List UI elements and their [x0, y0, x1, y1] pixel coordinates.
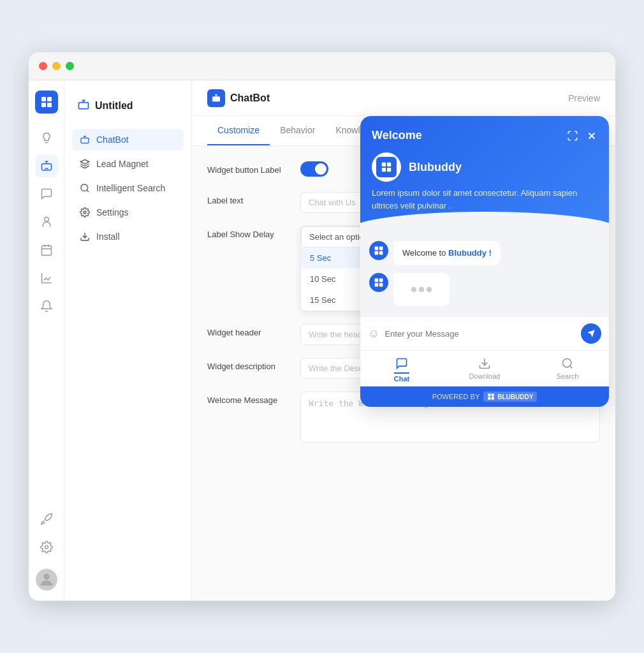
svg-rect-4: [41, 164, 51, 170]
main-content: ChatBot Preview Customize Behavior Knowl…: [192, 80, 615, 601]
svg-rect-16: [387, 163, 391, 166]
chat-nav-search[interactable]: Search: [526, 351, 609, 386]
typing-row: [369, 273, 600, 306]
powered-by-text: POWERED BY: [432, 393, 480, 400]
typing-bubble: [393, 273, 450, 306]
svg-point-11: [81, 184, 88, 191]
tab-behavior[interactable]: Behavior: [270, 116, 325, 145]
bot-avatar: [372, 152, 401, 182]
welcome-message-label: Welcome Message: [207, 392, 290, 405]
chat-nav-search-label: Search: [557, 372, 579, 380]
typing-dots: [402, 279, 441, 300]
svg-rect-29: [488, 393, 490, 396]
svg-rect-15: [382, 163, 386, 166]
svg-rect-26: [379, 283, 383, 287]
sidebar-icon-person[interactable]: [35, 210, 58, 233]
powered-by-bar: POWERED BY BLUBUDDY: [360, 386, 609, 407]
sidebar-icon-settings[interactable]: [35, 536, 58, 559]
svg-rect-32: [492, 397, 494, 400]
chat-header-top: Welcome: [372, 129, 597, 142]
expand-icon[interactable]: [567, 130, 578, 142]
typing-dot-3: [427, 287, 432, 292]
nav-chatbot-label: ChatBot: [96, 135, 129, 145]
svg-rect-2: [41, 103, 46, 107]
svg-rect-0: [41, 97, 46, 101]
toggle-switch[interactable]: [300, 161, 328, 177]
sidebar-icon-bot[interactable]: [35, 154, 58, 177]
svg-rect-1: [47, 97, 52, 101]
welcome-message-row: Welcome to Blubuddy !: [369, 241, 600, 265]
sidebar-icon-calendar[interactable]: [35, 238, 58, 261]
bot-msg-avatar: [369, 241, 388, 260]
widget-button-label-text: Widget button Label: [207, 161, 290, 175]
svg-rect-21: [375, 251, 379, 255]
sidebar-icon-chat[interactable]: [35, 182, 58, 205]
bot-avatar-inner: [376, 157, 397, 177]
widget-header-label: Widget header: [207, 324, 290, 337]
nav-item-install[interactable]: Install: [72, 226, 184, 247]
chat-messages: Welcome to Blubuddy !: [360, 231, 609, 316]
minimize-dot[interactable]: [52, 62, 61, 70]
preview-label: Preview: [568, 93, 600, 103]
project-title-row: Untitled: [72, 93, 184, 126]
svg-point-7: [45, 546, 48, 549]
sidebar-icon-lightbulb[interactable]: [35, 126, 58, 149]
svg-point-12: [84, 211, 86, 214]
chat-text-input[interactable]: [384, 329, 576, 339]
svg-point-28: [563, 359, 571, 367]
svg-rect-14: [212, 96, 220, 101]
maximize-dot[interactable]: [66, 62, 74, 70]
svg-rect-22: [379, 251, 383, 255]
logo-icon[interactable]: [35, 91, 58, 114]
svg-point-8: [43, 574, 49, 580]
svg-rect-17: [382, 168, 386, 172]
nav-item-chatbot[interactable]: ChatBot: [72, 129, 184, 150]
nav-lead-magnet-label: Lead Magnet: [96, 159, 149, 169]
project-title: Untitled: [95, 100, 133, 112]
section-title: ChatBot: [230, 92, 563, 104]
nav-item-lead-magnet[interactable]: Lead Magnet: [72, 153, 184, 175]
chat-header: Welcome Blubuddy: [360, 116, 609, 231]
wave-decoration: [360, 212, 609, 231]
chat-header-title: Welcome: [372, 129, 422, 142]
nav-install-label: Install: [96, 231, 120, 242]
svg-point-5: [44, 217, 48, 222]
nav-item-intelligent-search[interactable]: Intelligent Search: [72, 177, 184, 199]
svg-rect-10: [81, 138, 89, 143]
widget-description-label: Widget description: [207, 358, 290, 371]
svg-rect-19: [375, 247, 379, 251]
svg-rect-25: [375, 283, 379, 287]
nav-item-settings[interactable]: Settings: [72, 202, 184, 223]
sidebar-icon-chart[interactable]: [35, 267, 58, 290]
tab-customize[interactable]: Customize: [207, 116, 270, 145]
powered-by-brand: BLUBUDDY: [497, 393, 533, 400]
emoji-button[interactable]: ☺: [368, 327, 379, 341]
welcome-highlight: Blubuddy !: [448, 248, 492, 258]
svg-rect-20: [379, 247, 383, 251]
svg-rect-6: [41, 246, 51, 255]
sidebar-icon-bell[interactable]: [35, 295, 58, 318]
label-text-label: Label text: [207, 192, 290, 205]
bot-typing-avatar: [369, 273, 388, 292]
chat-nav-chat[interactable]: Chat: [360, 351, 443, 386]
app-body: Untitled ChatBot Lead Magnet Intelligent…: [29, 80, 615, 601]
svg-rect-18: [387, 168, 391, 172]
chat-nav-download[interactable]: Download: [443, 351, 526, 386]
svg-rect-30: [492, 393, 494, 396]
close-dot[interactable]: [39, 62, 47, 70]
chat-header-actions: [567, 130, 597, 142]
chat-nav-chat-label: Chat: [394, 372, 409, 383]
project-bot-icon: [77, 98, 90, 114]
send-button[interactable]: [581, 323, 601, 344]
typing-dot-2: [419, 287, 424, 292]
nav-sidebar: Untitled ChatBot Lead Magnet Intelligent…: [64, 80, 192, 601]
welcome-bubble: Welcome to Blubuddy !: [393, 241, 501, 265]
svg-rect-23: [375, 279, 379, 282]
user-avatar[interactable]: [36, 569, 57, 591]
bot-name: Blubuddy: [409, 161, 462, 174]
sidebar-icon-rocket[interactable]: [35, 508, 58, 531]
icon-sidebar: [29, 80, 64, 601]
close-icon[interactable]: [586, 130, 597, 142]
chat-preview-widget: Welcome Blubuddy: [360, 116, 609, 407]
svg-rect-9: [79, 103, 89, 109]
